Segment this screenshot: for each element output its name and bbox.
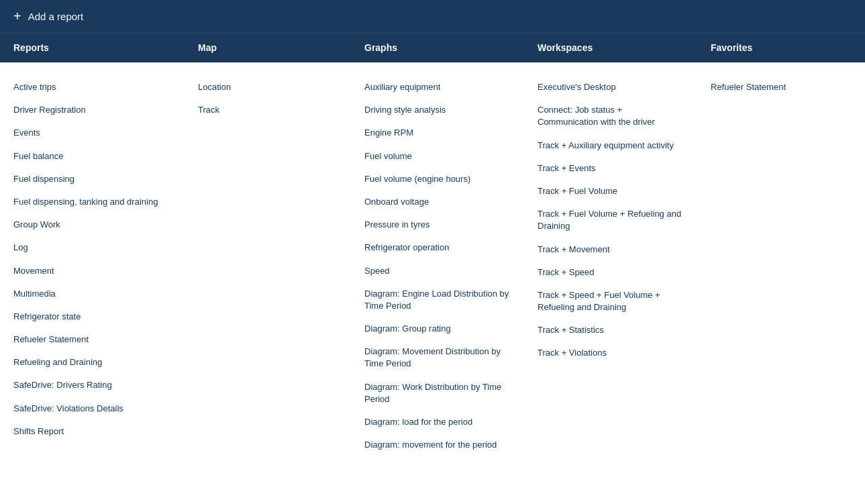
report-item-4[interactable]: Fuel dispensing	[13, 168, 171, 191]
workspace-item-8[interactable]: Track + Speed + Fuel Volume + Refueling …	[538, 284, 684, 319]
workspace-item-1[interactable]: Connect: Job status + Communication with…	[538, 99, 684, 134]
graph-item-7[interactable]: Refrigerator operation	[364, 236, 511, 259]
graph-item-1[interactable]: Driving style analysis	[364, 99, 511, 121]
map-item-0[interactable]: Location	[198, 76, 338, 99]
report-item-3[interactable]: Fuel balance	[13, 145, 171, 168]
workspace-item-4[interactable]: Track + Fuel Volume	[538, 180, 684, 203]
map-item-1[interactable]: Track	[198, 99, 338, 121]
report-item-5[interactable]: Fuel dispensing, tanking and draining	[13, 191, 171, 213]
graph-item-3[interactable]: Fuel volume	[364, 145, 511, 168]
report-item-1[interactable]: Driver Registration	[13, 99, 171, 121]
report-item-13[interactable]: SafeDrive: Drivers Rating	[13, 374, 171, 397]
header-reports: Reports	[0, 33, 185, 62]
workspace-item-7[interactable]: Track + Speed	[538, 261, 684, 284]
report-item-15[interactable]: Shifts Report	[13, 420, 171, 443]
graph-item-9[interactable]: Diagram: Engine Load Distribution by Tim…	[364, 283, 511, 317]
workspace-item-2[interactable]: Track + Auxiliary equipment activity	[538, 134, 684, 157]
graph-item-5[interactable]: Onboard voltage	[364, 191, 511, 213]
graph-item-6[interactable]: Pressure in tyres	[364, 213, 511, 236]
graph-item-10[interactable]: Diagram: Group rating	[364, 317, 511, 340]
favorites-column: Refueler Statement	[697, 76, 865, 99]
favorite-item-0[interactable]: Refueler Statement	[711, 76, 852, 99]
workspace-item-3[interactable]: Track + Events	[538, 157, 684, 180]
graphs-column: Auxiliary equipmentDriving style analysi…	[351, 76, 524, 456]
report-item-0[interactable]: Active trips	[13, 76, 171, 99]
workspace-item-9[interactable]: Track + Statistics	[538, 319, 684, 342]
reports-column: Active tripsDriver RegistrationEventsFue…	[0, 76, 185, 443]
workspaces-column: Executive's DesktopConnect: Job status +…	[524, 76, 697, 365]
header-workspaces: Workspaces	[524, 33, 697, 62]
top-bar: + Add a report	[0, 0, 865, 32]
report-item-7[interactable]: Log	[13, 236, 171, 259]
graph-item-4[interactable]: Fuel volume (engine hours)	[364, 168, 511, 191]
report-item-14[interactable]: SafeDrive: Violations Details	[13, 397, 171, 420]
graph-item-2[interactable]: Engine RPM	[364, 121, 511, 144]
graph-item-14[interactable]: Diagram: movement for the period	[364, 434, 511, 456]
header-graphs: Graphs	[351, 33, 524, 62]
report-item-2[interactable]: Events	[13, 121, 171, 144]
workspace-item-6[interactable]: Track + Movement	[538, 238, 684, 261]
report-item-12[interactable]: Refueling and Draining	[13, 351, 171, 374]
add-icon: +	[13, 9, 21, 23]
report-item-9[interactable]: Multimedia	[13, 283, 171, 305]
workspace-item-10[interactable]: Track + Violations	[538, 342, 684, 364]
report-item-6[interactable]: Group Work	[13, 213, 171, 236]
map-column: LocationTrack	[185, 76, 351, 121]
report-item-11[interactable]: Refueler Statement	[13, 328, 171, 351]
content-area: Active tripsDriver RegistrationEventsFue…	[0, 62, 865, 470]
column-headers: Reports Map Graphs Workspaces Favorites	[0, 32, 865, 62]
graph-item-11[interactable]: Diagram: Movement Distribution by Time P…	[364, 340, 511, 375]
header-map: Map	[185, 33, 351, 62]
report-item-10[interactable]: Refrigerator state	[13, 305, 171, 328]
report-item-8[interactable]: Movement	[13, 260, 171, 283]
header-favorites: Favorites	[697, 33, 865, 62]
add-report-label[interactable]: Add a report	[28, 11, 84, 22]
graph-item-8[interactable]: Speed	[364, 260, 511, 283]
workspace-item-0[interactable]: Executive's Desktop	[538, 76, 684, 99]
graph-item-12[interactable]: Diagram: Work Distribution by Time Perio…	[364, 376, 511, 411]
workspace-item-5[interactable]: Track + Fuel Volume + Refueling and Drai…	[538, 203, 684, 238]
graph-item-0[interactable]: Auxiliary equipment	[364, 76, 511, 99]
graph-item-13[interactable]: Diagram: load for the period	[364, 411, 511, 434]
